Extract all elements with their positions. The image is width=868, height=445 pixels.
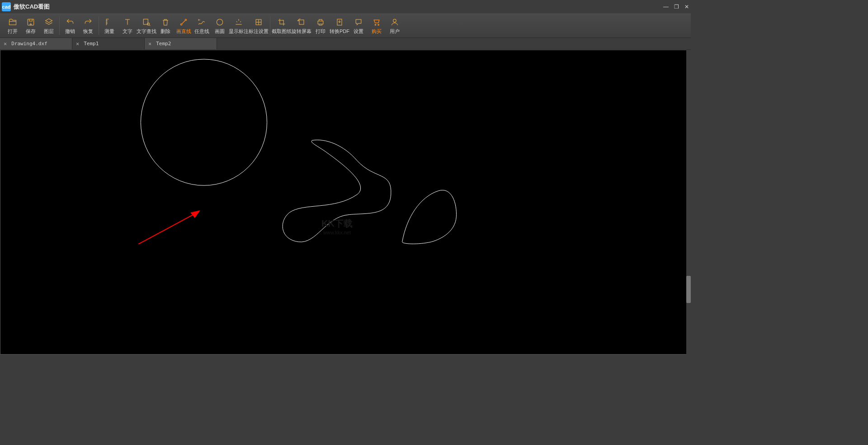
- pdf-icon: [335, 17, 344, 27]
- redo-label: 恢复: [83, 28, 93, 35]
- save-button[interactable]: 保存: [22, 14, 40, 38]
- circle-button[interactable]: 画圆: [211, 14, 229, 38]
- pdf-label: 转换PDF: [330, 28, 349, 35]
- svg-point-10: [375, 24, 376, 25]
- text-icon: [123, 17, 132, 27]
- tab-label: Temp1: [84, 41, 99, 47]
- layer-button[interactable]: 图层: [40, 14, 58, 38]
- tab-temp1[interactable]: × Temp1: [72, 38, 145, 49]
- user-button[interactable]: 用户: [386, 14, 404, 38]
- toolbar-separator: [59, 17, 60, 35]
- svg-line-14: [138, 213, 197, 244]
- toolbar-separator: [99, 17, 99, 35]
- tab-close-icon[interactable]: ×: [148, 41, 151, 47]
- svg-rect-7: [299, 20, 304, 24]
- svg-point-12: [393, 19, 396, 22]
- tab-drawing4[interactable]: × Drawing4.dxf: [0, 38, 72, 49]
- svg-point-4: [185, 19, 186, 20]
- tab-close-icon[interactable]: ×: [4, 41, 7, 47]
- tab-label: Temp2: [156, 41, 171, 47]
- trash-icon: [160, 17, 170, 27]
- layer-label: 图层: [44, 28, 54, 35]
- undo-label: 撤销: [65, 28, 75, 35]
- draw-line-label: 画直线: [176, 28, 191, 35]
- print-button[interactable]: 打印: [311, 14, 330, 38]
- redo-icon: [83, 17, 93, 27]
- circle-icon: [215, 17, 225, 27]
- buy-button[interactable]: 购买: [368, 14, 386, 38]
- print-icon: [316, 17, 326, 27]
- draw-line-button[interactable]: 画直线: [175, 14, 193, 38]
- any-line-label: 任意线: [194, 28, 209, 35]
- text-search-label: 文字查找: [137, 28, 156, 35]
- delete-button[interactable]: 删除: [156, 14, 175, 38]
- buy-label: 购买: [372, 28, 382, 35]
- svg-point-5: [217, 19, 222, 25]
- freehand-icon: [197, 17, 207, 27]
- tab-temp2[interactable]: × Temp2: [145, 38, 217, 49]
- app-title: 傲软CAD看图: [14, 3, 50, 11]
- close-button[interactable]: ✕: [684, 4, 689, 10]
- minimize-button[interactable]: —: [663, 4, 669, 10]
- undo-button[interactable]: 撤销: [61, 14, 79, 38]
- settings-label: 设置: [354, 28, 363, 35]
- text-button[interactable]: 文字: [118, 14, 137, 38]
- line-icon: [179, 17, 189, 27]
- crop-button[interactable]: 截取图纸: [272, 14, 292, 38]
- tab-label: Drawing4.dxf: [11, 41, 47, 47]
- undo-icon: [65, 17, 75, 27]
- any-line-button[interactable]: 任意线: [193, 14, 211, 38]
- rotate-icon: [297, 17, 307, 27]
- canvas-svg: [0, 50, 690, 354]
- layers-icon: [44, 17, 54, 27]
- comment-icon: [354, 17, 363, 27]
- title-bar: cad 傲软CAD看图 — ❐ ✕: [0, 0, 691, 14]
- window-controls: — ❐ ✕: [663, 0, 689, 14]
- svg-point-13: [141, 59, 267, 185]
- show-mark-label: 显示标注: [229, 28, 249, 35]
- user-label: 用户: [390, 28, 400, 35]
- rotate-label: 旋转屏幕: [292, 28, 311, 35]
- svg-rect-8: [318, 21, 323, 24]
- print-label: 打印: [316, 28, 326, 35]
- ruler-icon: [104, 17, 114, 27]
- settings-button[interactable]: 设置: [349, 14, 368, 38]
- cart-icon: [372, 17, 382, 27]
- restore-button[interactable]: ❐: [674, 4, 679, 10]
- save-icon: [26, 17, 36, 27]
- text-search-button[interactable]: 文字查找: [137, 14, 156, 38]
- vertical-scrollbar[interactable]: [686, 50, 691, 355]
- user-icon: [390, 17, 400, 27]
- svg-marker-15: [190, 210, 200, 218]
- main-toolbar: 打开 保存 图层 撤销 恢复 测量 文字: [0, 14, 691, 38]
- rotate-button[interactable]: 旋转屏幕: [292, 14, 311, 38]
- circle-label: 画圆: [215, 28, 225, 35]
- drawing-canvas[interactable]: KK下载 www.kkx.net: [0, 50, 691, 355]
- scrollbar-thumb[interactable]: [686, 276, 691, 303]
- open-button[interactable]: 打开: [4, 14, 22, 38]
- delete-label: 删除: [160, 28, 170, 35]
- svg-point-11: [378, 24, 379, 25]
- mark-settings-icon: [254, 17, 264, 27]
- measure-button[interactable]: 测量: [100, 14, 118, 38]
- show-mark-icon: [234, 17, 244, 27]
- text-label: 文字: [123, 28, 132, 35]
- open-label: 打开: [8, 28, 18, 35]
- svg-point-2: [147, 23, 150, 25]
- measure-label: 测量: [104, 28, 114, 35]
- crop-label: 截取图纸: [272, 28, 292, 35]
- mark-settings-button[interactable]: 标注设置: [249, 14, 269, 38]
- tab-close-icon[interactable]: ×: [76, 41, 79, 47]
- mark-settings-label: 标注设置: [249, 28, 269, 35]
- crop-icon: [277, 17, 287, 27]
- folder-open-icon: [8, 17, 18, 27]
- redo-button[interactable]: 恢复: [79, 14, 97, 38]
- text-search-icon: [142, 17, 151, 27]
- app-icon: cad: [2, 2, 11, 11]
- pdf-button[interactable]: 转换PDF: [330, 14, 349, 38]
- tab-bar: × Drawing4.dxf × Temp1 × Temp2: [0, 38, 691, 50]
- save-label: 保存: [26, 28, 36, 35]
- toolbar-separator: [270, 17, 270, 35]
- show-mark-button[interactable]: 显示标注: [229, 14, 249, 38]
- svg-point-3: [180, 24, 182, 25]
